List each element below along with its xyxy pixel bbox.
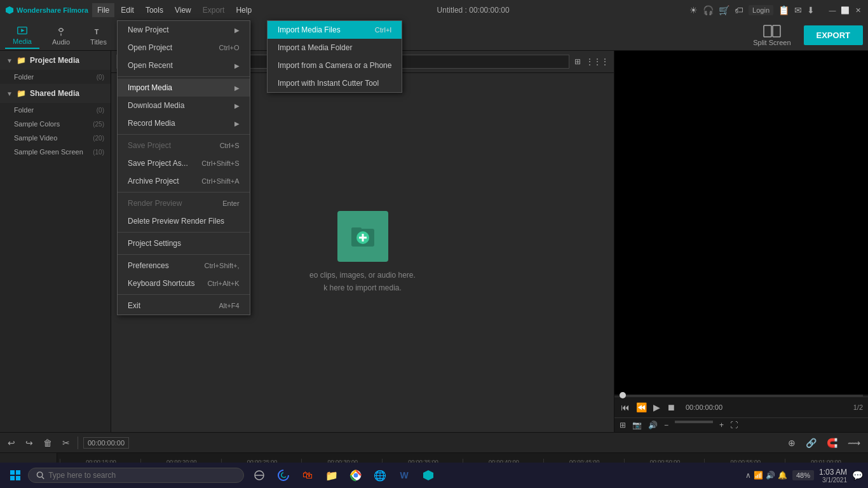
tag-icon[interactable]: 🏷 — [735, 5, 743, 15]
sidebar: ▼ 📁 Project Media Folder (0) ▼ 📁 Shared … — [0, 51, 111, 432]
fullscreen-icon[interactable]: ⛶ — [730, 421, 738, 430]
network-icon[interactable]: 📶 — [754, 471, 763, 480]
task-view-button[interactable] — [249, 465, 269, 485]
project-title: Untitled : 00:00:00:00 — [437, 6, 510, 15]
taskbar-search-box[interactable] — [28, 468, 244, 483]
menu-view[interactable]: View — [170, 3, 196, 17]
menu-file[interactable]: File — [92, 3, 114, 17]
sidebar-sample-colors[interactable]: Sample Colors (25) — [0, 117, 111, 131]
sidebar-sample-video[interactable]: Sample Video (20) — [0, 131, 111, 145]
sidebar-project-folder[interactable]: Folder (0) — [0, 70, 111, 84]
headphones-icon[interactable]: 🎧 — [703, 5, 714, 15]
volume-sys-icon[interactable]: 🔊 — [766, 471, 775, 480]
magnet-button[interactable]: 🧲 — [824, 437, 840, 449]
minimize-button[interactable]: — — [827, 5, 837, 15]
split-screen-button[interactable]: Split Screen — [745, 22, 798, 49]
notifications-panel-icon[interactable]: 💬 — [852, 470, 863, 480]
menu-record-media[interactable]: Record Media ▶ — [118, 114, 250, 132]
stop-button[interactable]: ⏹ — [665, 401, 677, 414]
sidebar-project-media[interactable]: ▼ 📁 Project Media — [0, 51, 111, 70]
menu-help[interactable]: Help — [231, 3, 257, 17]
menu-open-recent[interactable]: Open Recent ▶ — [118, 57, 250, 74]
menu-new-project[interactable]: New Project ▶ — [118, 21, 250, 39]
ripple-button[interactable]: ⟿ — [845, 437, 863, 449]
scrubber-handle[interactable] — [620, 392, 626, 398]
link-button[interactable]: 🔗 — [803, 437, 819, 449]
menu-tools[interactable]: Tools — [140, 3, 168, 17]
shared-media-label: Shared Media — [30, 89, 79, 98]
menu-import-media[interactable]: Import Media ▶ — [118, 79, 250, 97]
battery-indicator: 48% — [792, 470, 814, 480]
sidebar-shared-media[interactable]: ▼ 📁 Shared Media — [0, 84, 111, 103]
chrome2-button[interactable]: 🌐 — [370, 465, 390, 485]
redo-button[interactable]: ↪ — [23, 437, 36, 449]
filmora-taskbar-button[interactable] — [418, 465, 438, 485]
sidebar-sample-green-screen[interactable]: Sample Green Screen (10) — [0, 145, 111, 159]
export-button[interactable]: EXPORT — [804, 25, 863, 45]
export-area: Split Screen EXPORT — [745, 22, 863, 49]
undo-button[interactable]: ↩ — [5, 437, 18, 449]
menu-project-settings[interactable]: Project Settings — [118, 234, 250, 252]
scrubber-bar[interactable] — [620, 395, 863, 396]
zoom-bar[interactable] — [675, 421, 713, 423]
menu-exit[interactable]: Exit Alt+F4 — [118, 297, 250, 315]
menu-import-instant-cutter[interactable]: Import with Instant Cutter Tool — [268, 74, 402, 92]
menu-export[interactable]: Export — [198, 3, 230, 17]
shared-folder-label: Folder — [14, 106, 34, 114]
menu-download-media[interactable]: Download Media ▶ — [118, 97, 250, 114]
menu-preferences[interactable]: Preferences Ctrl+Shift+, — [118, 257, 250, 274]
menu-open-project[interactable]: Open Project Ctrl+O — [118, 39, 250, 57]
word-button[interactable]: W — [394, 465, 414, 485]
svg-marker-24 — [423, 470, 433, 480]
notification-icon[interactable]: 🔔 — [778, 471, 787, 480]
edge-browser-button[interactable] — [273, 465, 294, 485]
menu-import-files[interactable]: Import Media Files Ctrl+I — [268, 21, 402, 39]
svg-rect-15 — [16, 470, 20, 475]
mail-icon[interactable]: ✉ — [794, 5, 802, 15]
pip-icon[interactable]: ⊞ — [620, 421, 626, 430]
menu-delete-render[interactable]: Delete Preview Render Files — [118, 212, 250, 230]
file-explorer-button[interactable]: 📁 — [322, 465, 342, 485]
volume-icon[interactable]: 🔊 — [648, 421, 658, 430]
tab-audio[interactable]: Audio — [44, 23, 78, 48]
menu-edit[interactable]: Edit — [116, 3, 139, 17]
prev-frame-button[interactable]: ⏮ — [620, 401, 631, 414]
import-icon-button[interactable] — [337, 211, 388, 262]
chevron-up-icon[interactable]: ∧ — [745, 471, 751, 480]
tab-media[interactable]: Media — [5, 22, 39, 49]
clock[interactable]: 1:03 AM 3/1/2021 — [819, 468, 847, 484]
download-icon[interactable]: ⬇ — [807, 5, 815, 15]
preview-video — [614, 51, 868, 395]
store-button[interactable]: 🛍 — [297, 465, 318, 485]
start-button[interactable] — [5, 465, 25, 485]
zoom-in-icon[interactable]: + — [719, 421, 724, 430]
grid-view-icon[interactable]: ⋮⋮⋮ — [586, 57, 609, 66]
zoom-out-icon[interactable]: − — [664, 421, 668, 430]
menu-archive-project[interactable]: Archive Project Ctrl+Shift+A — [118, 172, 250, 190]
filter-icon[interactable]: ⊞ — [574, 57, 581, 66]
camera-icon[interactable]: 📷 — [632, 421, 642, 430]
sun-icon[interactable]: ☀ — [689, 5, 698, 15]
taskbar-search-input[interactable] — [48, 471, 236, 480]
menu-save-project-as[interactable]: Save Project As... Ctrl+Shift+S — [118, 154, 250, 172]
clock-time: 1:03 AM — [819, 468, 847, 477]
menu-render-preview: Render Preview Enter — [118, 194, 250, 212]
login-button[interactable]: Login — [749, 5, 773, 15]
menu-save-project: Save Project Ctrl+S — [118, 137, 250, 154]
cart-icon[interactable]: 🛒 — [719, 5, 729, 15]
import-submenu: Import Media Files Ctrl+I Import a Media… — [267, 20, 402, 93]
step-back-button[interactable]: ⏪ — [635, 401, 648, 414]
play-button[interactable]: ▶ — [652, 401, 661, 414]
menu-import-camera[interactable]: Import from a Camera or a Phone — [268, 57, 402, 74]
menu-import-folder[interactable]: Import a Media Folder — [268, 39, 402, 57]
delete-button[interactable]: 🗑 — [41, 437, 55, 449]
add-track-button[interactable]: ⊕ — [785, 437, 798, 449]
chrome-button[interactable] — [346, 465, 366, 485]
clipboard-icon[interactable]: 📋 — [778, 5, 789, 15]
cut-button[interactable]: ✂ — [60, 437, 72, 449]
sidebar-shared-folder[interactable]: Folder (0) — [0, 103, 111, 117]
maximize-button[interactable]: ⬜ — [840, 5, 850, 15]
close-button[interactable]: ✕ — [853, 5, 863, 15]
tab-titles[interactable]: T Titles — [83, 23, 114, 48]
menu-keyboard-shortcuts[interactable]: Keyboard Shortcuts Ctrl+Alt+K — [118, 274, 250, 292]
